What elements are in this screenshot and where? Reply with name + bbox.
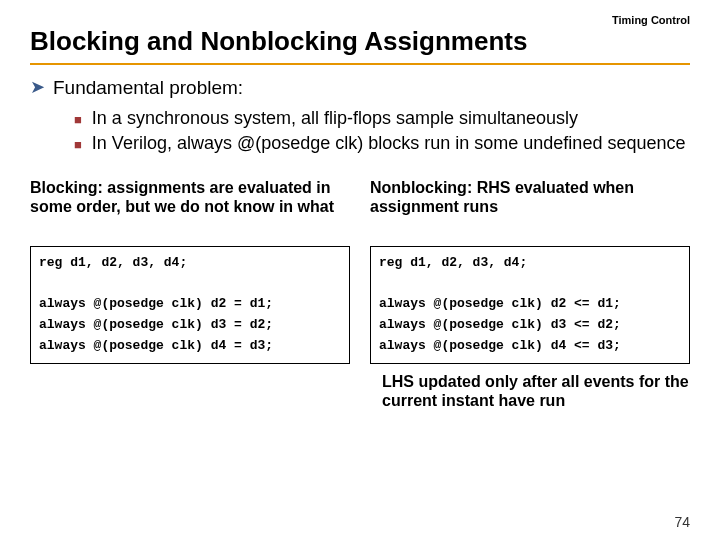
main-bullet-text: Fundamental problem: — [53, 77, 243, 99]
page-number: 74 — [674, 514, 690, 530]
nonblocking-description: Nonblocking: RHS evaluated when assignme… — [370, 178, 690, 236]
main-bullet: ➤ Fundamental problem: — [30, 77, 690, 99]
blocking-column: Blocking: assignments are evaluated in s… — [30, 178, 350, 410]
slide-title: Blocking and Nonblocking Assignments — [30, 26, 690, 57]
sub-bullet: ■ In a synchronous system, all flip-flop… — [74, 107, 690, 130]
blocking-description: Blocking: assignments are evaluated in s… — [30, 178, 350, 236]
arrow-icon: ➤ — [30, 77, 45, 99]
section-label: Timing Control — [612, 14, 690, 26]
nonblocking-footnote: LHS updated only after all events for th… — [382, 372, 690, 410]
nonblocking-code: reg d1, d2, d3, d4; always @(posedge clk… — [370, 246, 690, 364]
square-icon: ■ — [74, 112, 82, 129]
body-content: ➤ Fundamental problem: ■ In a synchronou… — [30, 77, 690, 156]
square-icon: ■ — [74, 137, 82, 154]
sub-bullet-text: In Verilog, always @(posedge clk) blocks… — [92, 132, 686, 155]
sub-bullet-text: In a synchronous system, all flip-flops … — [92, 107, 578, 130]
comparison-columns: Blocking: assignments are evaluated in s… — [30, 178, 690, 410]
blocking-code: reg d1, d2, d3, d4; always @(posedge clk… — [30, 246, 350, 364]
nonblocking-column: Nonblocking: RHS evaluated when assignme… — [370, 178, 690, 410]
title-underline — [30, 63, 690, 65]
sub-bullet: ■ In Verilog, always @(posedge clk) bloc… — [74, 132, 690, 155]
sub-bullet-list: ■ In a synchronous system, all flip-flop… — [74, 107, 690, 156]
